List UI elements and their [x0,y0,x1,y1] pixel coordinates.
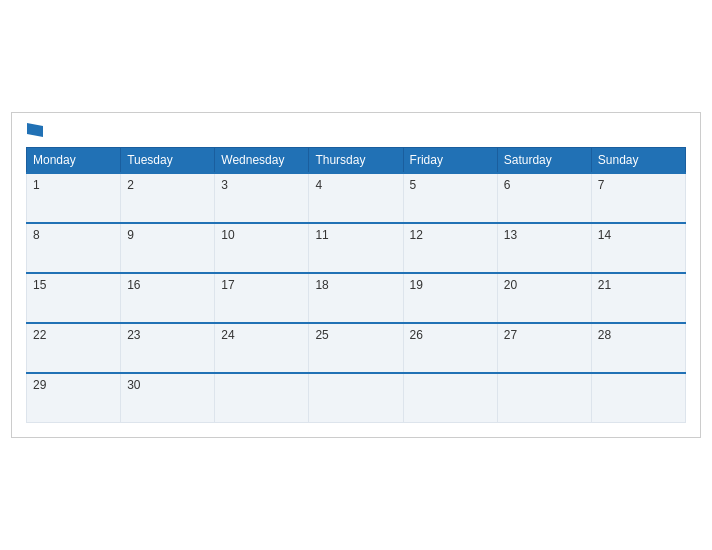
calendar-day-cell: 13 [497,223,591,273]
weekday-header-wednesday: Wednesday [215,148,309,174]
day-number: 12 [410,228,423,242]
day-number: 29 [33,378,46,392]
calendar-day-cell: 17 [215,273,309,323]
day-number: 9 [127,228,134,242]
day-number: 17 [221,278,234,292]
calendar-day-cell: 22 [27,323,121,373]
day-number: 28 [598,328,611,342]
calendar-day-cell: 21 [591,273,685,323]
calendar-day-cell [309,373,403,423]
day-number: 26 [410,328,423,342]
calendar-day-cell: 6 [497,173,591,223]
calendar-day-cell: 29 [27,373,121,423]
calendar-day-cell [215,373,309,423]
weekday-header-monday: Monday [27,148,121,174]
day-number: 18 [315,278,328,292]
calendar-day-cell [403,373,497,423]
day-number: 13 [504,228,517,242]
day-number: 15 [33,278,46,292]
calendar-week-row: 1234567 [27,173,686,223]
calendar-week-row: 891011121314 [27,223,686,273]
day-number: 30 [127,378,140,392]
calendar-header [26,123,686,138]
calendar-day-cell: 1 [27,173,121,223]
calendar-day-cell: 15 [27,273,121,323]
day-number: 7 [598,178,605,192]
calendar-day-cell: 14 [591,223,685,273]
day-number: 25 [315,328,328,342]
logo [26,123,43,138]
calendar-day-cell: 10 [215,223,309,273]
calendar-week-row: 2930 [27,373,686,423]
calendar-day-cell: 28 [591,323,685,373]
day-number: 11 [315,228,328,242]
calendar-day-cell: 12 [403,223,497,273]
weekday-header-friday: Friday [403,148,497,174]
calendar-day-cell: 19 [403,273,497,323]
calendar-day-cell: 20 [497,273,591,323]
calendar-day-cell: 8 [27,223,121,273]
day-number: 23 [127,328,140,342]
weekday-header-thursday: Thursday [309,148,403,174]
day-number: 20 [504,278,517,292]
calendar-day-cell: 23 [121,323,215,373]
calendar-day-cell: 11 [309,223,403,273]
day-number: 19 [410,278,423,292]
day-number: 2 [127,178,134,192]
calendar-container: MondayTuesdayWednesdayThursdayFridaySatu… [11,112,701,439]
calendar-day-cell: 5 [403,173,497,223]
logo-flag-icon [27,123,43,137]
day-number: 21 [598,278,611,292]
calendar-table: MondayTuesdayWednesdayThursdayFridaySatu… [26,147,686,423]
day-number: 22 [33,328,46,342]
calendar-day-cell: 9 [121,223,215,273]
calendar-day-cell: 7 [591,173,685,223]
day-number: 16 [127,278,140,292]
day-number: 27 [504,328,517,342]
day-number: 14 [598,228,611,242]
calendar-day-cell: 24 [215,323,309,373]
day-number: 24 [221,328,234,342]
calendar-day-cell: 3 [215,173,309,223]
svg-marker-0 [27,123,43,137]
calendar-day-cell [497,373,591,423]
day-number: 3 [221,178,228,192]
calendar-week-row: 15161718192021 [27,273,686,323]
weekday-header-sunday: Sunday [591,148,685,174]
calendar-day-cell: 27 [497,323,591,373]
calendar-day-cell: 2 [121,173,215,223]
calendar-day-cell: 4 [309,173,403,223]
day-number: 5 [410,178,417,192]
weekday-header-saturday: Saturday [497,148,591,174]
calendar-day-cell [591,373,685,423]
day-number: 6 [504,178,511,192]
calendar-day-cell: 30 [121,373,215,423]
day-number: 10 [221,228,234,242]
day-number: 8 [33,228,40,242]
calendar-day-cell: 18 [309,273,403,323]
day-number: 1 [33,178,40,192]
day-number: 4 [315,178,322,192]
calendar-week-row: 22232425262728 [27,323,686,373]
weekday-header-tuesday: Tuesday [121,148,215,174]
calendar-day-cell: 16 [121,273,215,323]
calendar-day-cell: 25 [309,323,403,373]
calendar-day-cell: 26 [403,323,497,373]
weekday-header-row: MondayTuesdayWednesdayThursdayFridaySatu… [27,148,686,174]
